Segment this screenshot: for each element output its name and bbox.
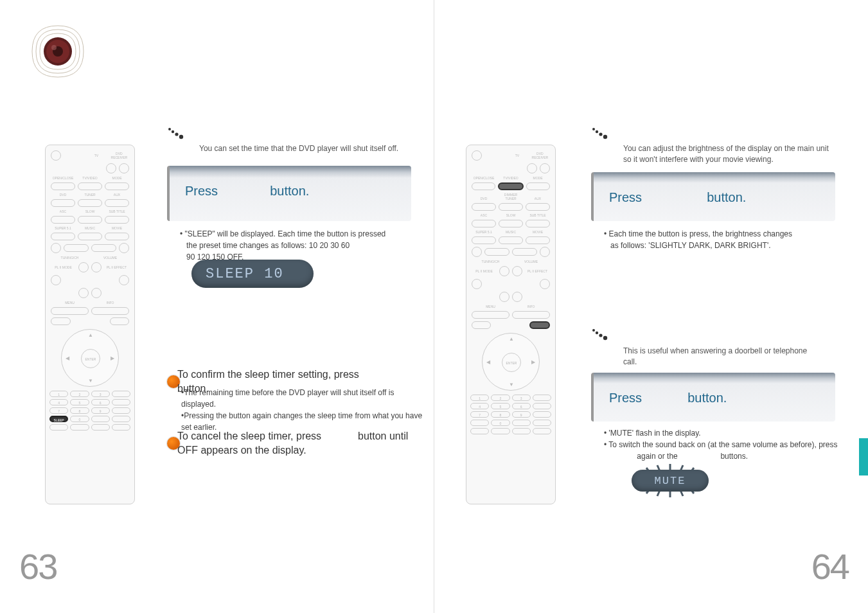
remote-label: TUNER: [76, 193, 103, 197]
mute-display: MUTE: [609, 461, 731, 500]
note-line: as follows: 'SLIGHTLY DARK, DARK BRIGHT'…: [603, 240, 834, 251]
svg-point-6: [175, 132, 178, 136]
prev-icon: [51, 243, 61, 253]
remote-btn: [91, 416, 110, 422]
arrow-up-icon: ▲: [509, 336, 514, 342]
arrow-right-icon: ▶: [111, 355, 114, 361]
note-line: •The remaining time before the DVD playe…: [181, 387, 425, 410]
remote-label: AUX: [103, 193, 130, 197]
svg-point-14: [599, 333, 602, 337]
remote-btn: [472, 311, 509, 319]
remote-label: TUNING/CH: [49, 256, 90, 260]
remote-btn: [526, 182, 550, 190]
remote-label: SUPER 5.1: [470, 230, 497, 234]
remote-btn: [51, 275, 61, 285]
remote-btn: [112, 424, 130, 431]
remote-btn: [51, 233, 75, 240]
arrow-left-icon: ◀: [66, 355, 69, 361]
remote-label: INFO: [511, 305, 551, 308]
remote-btn: [78, 216, 102, 224]
remote-btn: [526, 236, 550, 244]
remote-label: PL II MODE: [470, 269, 498, 273]
cancel-line2: OFF appears on the display.: [177, 445, 306, 456]
remote-btn: [51, 182, 75, 190]
dimmer-note: • Each time the button is press, the bri…: [603, 228, 834, 251]
stop-icon: [64, 244, 89, 252]
return-button: [51, 317, 71, 325]
remote-btn: [112, 416, 130, 422]
arrow-down-icon: ▼: [88, 378, 93, 384]
mute-intro: This is useful when answering a doorbell…: [623, 346, 816, 368]
remote-btn: [105, 233, 129, 240]
remote-btn: [78, 233, 102, 240]
remote-btn: [533, 420, 551, 426]
remote-label: DVD: [470, 197, 497, 200]
svg-point-3: [51, 45, 57, 50]
remote-btn: [105, 216, 129, 224]
svg-point-7: [179, 135, 183, 139]
num-4: 4: [470, 403, 489, 409]
page-number-right: 64: [811, 546, 849, 587]
play-icon: [91, 244, 116, 252]
remote-btn: [533, 403, 551, 409]
remote-label: VOLUME: [90, 256, 130, 260]
remote-btn: [512, 420, 531, 426]
remote-btn: [49, 424, 68, 431]
remote-btn: [91, 307, 129, 315]
remote-label: TV: [85, 154, 107, 157]
num-2: 2: [491, 395, 509, 401]
vol-down-icon: [512, 292, 522, 302]
enter-button: ENTER: [81, 349, 100, 368]
remote-btn: [112, 407, 130, 414]
dimmer-step-title: Press button.: [609, 190, 820, 205]
dpad: ENTER ▲ ▼ ◀ ▶: [61, 329, 119, 387]
remote-btn: [112, 391, 130, 397]
page-divider: [434, 0, 434, 613]
mute-step-title: Press button.: [609, 391, 820, 405]
brand-logo: [26, 19, 90, 84]
numpad: 123 456 789 SLEEP0: [49, 391, 130, 431]
step-prefix: Press: [609, 391, 642, 405]
section-icon: [591, 125, 610, 145]
num-7: 7: [49, 407, 68, 414]
mute-button-highlight: [529, 321, 550, 329]
num-9: 9: [512, 411, 531, 418]
remote-label: MENU: [49, 301, 90, 305]
page-number-left: 63: [19, 546, 57, 587]
arrow-left-icon: ◀: [486, 359, 490, 365]
svg-point-10: [599, 132, 602, 136]
remote-label: PL II EFFECT: [524, 269, 551, 273]
lcd-text: SLEEP 10: [206, 266, 284, 282]
sleep-step-title: Press button.: [185, 184, 396, 199]
remote-label: AUX: [524, 197, 551, 200]
remote-btn: [472, 279, 482, 289]
dimmer-button-highlight: [498, 182, 523, 190]
step-prefix: Press: [609, 190, 642, 204]
return-button: [472, 321, 491, 329]
dimmer-intro: You can adjust the brightness of the dis…: [623, 143, 835, 165]
remote-btn: [527, 163, 537, 173]
remote-btn: [472, 182, 495, 190]
num-6: 6: [512, 403, 531, 409]
remote-label: VOLUME: [511, 260, 551, 263]
remote-label: MUSIC: [497, 230, 524, 234]
note-line: 'MUTE' flash in the display.: [609, 429, 701, 438]
remote-btn: [472, 220, 496, 227]
remote-btn: [472, 236, 496, 244]
num-5: 5: [70, 399, 89, 405]
dimmer-step-box: Press button.: [591, 172, 835, 221]
remote-label: SUB TITLE: [103, 209, 130, 213]
svg-point-9: [596, 130, 598, 133]
confirm-prefix: To confirm the sleep timer setting, pres…: [177, 369, 359, 380]
num-4: 4: [49, 399, 68, 405]
remote-label: TUNING/CH: [470, 260, 511, 263]
remote-btn: [119, 163, 129, 173]
remote-label: MOVIE: [103, 226, 130, 230]
remote-label: PL II EFFECT: [103, 265, 130, 269]
section-icon: [167, 125, 186, 145]
arrow-right-icon: ▶: [531, 359, 535, 365]
step-suffix: button.: [687, 391, 727, 405]
remote-btn: [526, 203, 550, 211]
vol-up-icon: [512, 266, 522, 276]
numpad: 123 456 789 0: [470, 395, 551, 434]
